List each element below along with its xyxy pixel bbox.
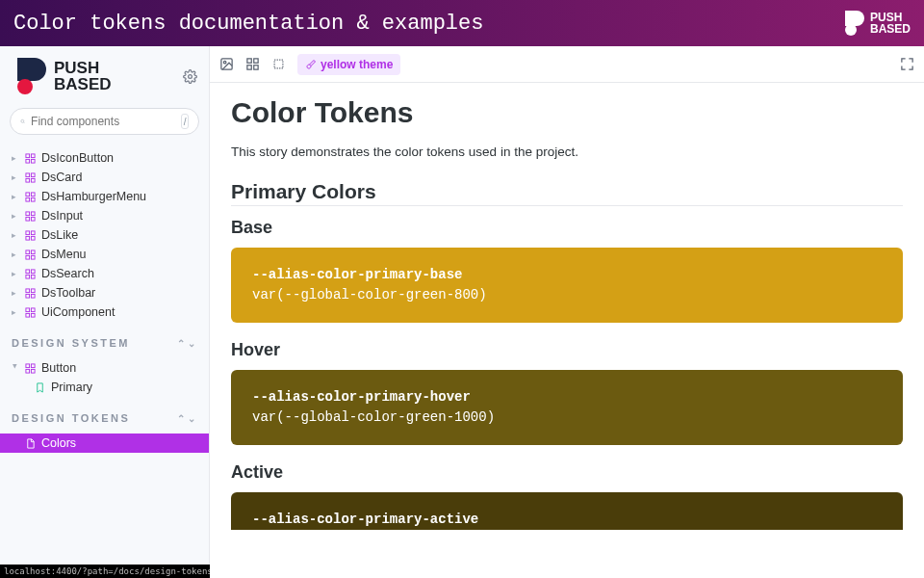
svg-rect-15	[31, 197, 35, 201]
swatch-primary-active: --alias-color-primary-active	[231, 492, 903, 530]
svg-rect-22	[26, 236, 30, 240]
caret-right-icon: ▸	[12, 230, 19, 240]
svg-rect-36	[26, 307, 30, 311]
search-wrap: /	[0, 108, 209, 144]
svg-rect-8	[26, 172, 30, 176]
top-banner: Color tokens documentation & examples PU…	[0, 0, 924, 46]
tree-item-label: DsToolbar	[41, 286, 95, 300]
svg-point-0	[845, 24, 857, 36]
status-url: localhost:4400/?path=/docs/design-tokens…	[0, 565, 210, 578]
svg-rect-35	[31, 294, 35, 298]
bookmark-icon	[35, 382, 45, 393]
search-input[interactable]	[31, 115, 175, 128]
svg-rect-27	[31, 255, 35, 259]
tree-item[interactable]: ▸ UiComponent	[0, 302, 209, 322]
svg-rect-14	[26, 197, 30, 201]
section-header-design-system[interactable]: DESIGN SYSTEM ⌃⌄	[0, 326, 209, 355]
svg-rect-25	[31, 250, 35, 253]
collapse-icon: ⌃⌄	[177, 338, 197, 349]
brand-text: PUSH BASED	[870, 12, 911, 35]
content-panel: yellow theme Color Tokens This story dem…	[210, 46, 924, 578]
svg-rect-5	[31, 153, 35, 157]
component-icon	[25, 153, 36, 164]
section-header-design-tokens[interactable]: DESIGN TOKENS ⌃⌄	[0, 401, 209, 430]
token-name: --alias-color-primary-hover	[252, 387, 882, 407]
tree-item-label: DsMenu	[41, 248, 87, 261]
swatch-primary-base: --alias-color-primary-base var(--global-…	[231, 248, 903, 323]
svg-rect-12	[26, 192, 30, 196]
svg-rect-10	[26, 178, 30, 182]
tree-item[interactable]: ▸ DsToolbar	[0, 283, 209, 302]
svg-rect-41	[31, 363, 35, 367]
gear-icon[interactable]	[183, 69, 197, 84]
fullscreen-icon[interactable]	[900, 57, 914, 71]
token-name: --alias-color-primary-active	[252, 510, 882, 530]
svg-rect-11	[31, 178, 35, 182]
grid-icon[interactable]	[245, 57, 260, 71]
token-value: var(--global-color-green-1000)	[252, 407, 882, 428]
svg-rect-49	[254, 66, 258, 69]
tree-item-label: Colors	[41, 436, 76, 450]
tree-item-label: DsSearch	[41, 267, 94, 280]
heading-active: Active	[231, 462, 903, 483]
component-icon	[25, 288, 36, 299]
svg-rect-42	[26, 369, 30, 373]
caret-right-icon: ▸	[12, 153, 19, 163]
tree-item[interactable]: ▸ DsMenu	[0, 245, 209, 264]
svg-point-45	[223, 61, 226, 64]
tree-child-primary[interactable]: Primary	[0, 378, 209, 397]
caret-right-icon: ▸	[12, 172, 19, 182]
main-split: PUSH BASED / ▸ DsIconButton	[0, 46, 924, 578]
heading-primary-colors: Primary Colors	[231, 180, 903, 206]
theme-switcher[interactable]: yellow theme	[297, 54, 400, 75]
tree-item[interactable]: ▸ DsInput	[0, 206, 209, 225]
sidebar-brand-text: PUSH BASED	[54, 60, 112, 92]
tree-item-label: DsCard	[41, 171, 82, 184]
svg-rect-50	[274, 60, 283, 68]
svg-rect-34	[26, 294, 30, 298]
svg-rect-7	[31, 159, 35, 163]
svg-rect-46	[247, 59, 251, 63]
paintbrush-icon	[305, 59, 317, 70]
component-icon	[25, 269, 36, 279]
push-based-icon	[845, 11, 864, 36]
component-icon	[25, 250, 36, 260]
search-input-container[interactable]: /	[10, 108, 199, 135]
push-based-icon	[17, 58, 46, 94]
token-value: var(--global-color-green-800)	[252, 285, 882, 305]
caret-down-icon: ▸	[11, 364, 20, 372]
banner-title: Color tokens documentation & examples	[13, 12, 483, 36]
caret-right-icon: ▸	[12, 250, 19, 259]
tree-item-label: DsInput	[41, 209, 83, 223]
svg-rect-26	[26, 255, 30, 259]
tree-item-colors[interactable]: Colors	[0, 434, 209, 453]
svg-rect-31	[31, 275, 35, 278]
svg-rect-19	[31, 217, 35, 221]
measure-icon[interactable]	[271, 57, 286, 71]
tree-item-button[interactable]: ▸ Button	[0, 358, 209, 378]
svg-rect-43	[31, 369, 35, 373]
tree-item[interactable]: ▸ DsLike	[0, 225, 209, 245]
component-icon	[25, 211, 36, 222]
svg-point-1	[17, 79, 33, 94]
svg-rect-30	[26, 275, 30, 278]
tree-item[interactable]: ▸ DsHamburgerMenu	[0, 187, 209, 206]
component-icon	[25, 192, 36, 202]
svg-rect-33	[31, 288, 35, 292]
design-tokens-tree: Colors	[0, 430, 209, 457]
svg-rect-6	[26, 159, 30, 163]
tree-item[interactable]: ▸ DsCard	[0, 168, 209, 187]
tree-item[interactable]: ▸ DsIconButton	[0, 148, 209, 168]
image-icon[interactable]	[219, 57, 234, 71]
tree-item-label: DsIconButton	[41, 151, 114, 165]
tree-item-label: DsHamburgerMenu	[41, 190, 146, 203]
caret-right-icon: ▸	[12, 192, 19, 201]
svg-rect-20	[26, 230, 30, 234]
component-icon	[25, 307, 36, 318]
svg-rect-4	[26, 153, 30, 157]
doc-body[interactable]: Color Tokens This story demonstrates the…	[210, 83, 924, 578]
tree-item[interactable]: ▸ DsSearch	[0, 264, 209, 283]
sidebar: PUSH BASED / ▸ DsIconButton	[0, 46, 210, 578]
content-toolbar: yellow theme	[210, 46, 924, 83]
document-icon	[25, 438, 36, 449]
